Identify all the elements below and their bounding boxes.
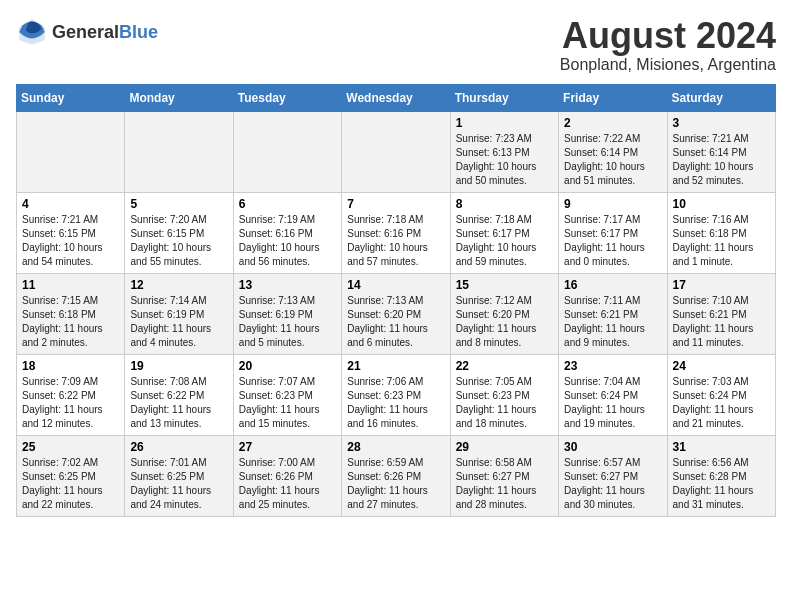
cell-week2-day7: 10Sunrise: 7:16 AMSunset: 6:18 PMDayligh… bbox=[667, 192, 775, 273]
day-number: 22 bbox=[456, 359, 553, 373]
day-info: Sunrise: 7:13 AMSunset: 6:19 PMDaylight:… bbox=[239, 294, 336, 350]
day-number: 20 bbox=[239, 359, 336, 373]
day-number: 18 bbox=[22, 359, 119, 373]
header-wednesday: Wednesday bbox=[342, 84, 450, 111]
week-row-4: 18Sunrise: 7:09 AMSunset: 6:22 PMDayligh… bbox=[17, 354, 776, 435]
day-number: 26 bbox=[130, 440, 227, 454]
day-info: Sunrise: 7:20 AMSunset: 6:15 PMDaylight:… bbox=[130, 213, 227, 269]
day-info: Sunrise: 7:14 AMSunset: 6:19 PMDaylight:… bbox=[130, 294, 227, 350]
calendar-header: SundayMondayTuesdayWednesdayThursdayFrid… bbox=[17, 84, 776, 111]
day-info: Sunrise: 7:04 AMSunset: 6:24 PMDaylight:… bbox=[564, 375, 661, 431]
day-info: Sunrise: 7:18 AMSunset: 6:17 PMDaylight:… bbox=[456, 213, 553, 269]
day-info: Sunrise: 6:59 AMSunset: 6:26 PMDaylight:… bbox=[347, 456, 444, 512]
day-number: 17 bbox=[673, 278, 770, 292]
day-number: 12 bbox=[130, 278, 227, 292]
day-info: Sunrise: 7:02 AMSunset: 6:25 PMDaylight:… bbox=[22, 456, 119, 512]
day-info: Sunrise: 7:22 AMSunset: 6:14 PMDaylight:… bbox=[564, 132, 661, 188]
cell-week5-day7: 31Sunrise: 6:56 AMSunset: 6:28 PMDayligh… bbox=[667, 435, 775, 516]
week-row-1: 1Sunrise: 7:23 AMSunset: 6:13 PMDaylight… bbox=[17, 111, 776, 192]
cell-week3-day6: 16Sunrise: 7:11 AMSunset: 6:21 PMDayligh… bbox=[559, 273, 667, 354]
week-row-2: 4Sunrise: 7:21 AMSunset: 6:15 PMDaylight… bbox=[17, 192, 776, 273]
day-info: Sunrise: 6:57 AMSunset: 6:27 PMDaylight:… bbox=[564, 456, 661, 512]
day-info: Sunrise: 7:12 AMSunset: 6:20 PMDaylight:… bbox=[456, 294, 553, 350]
day-info: Sunrise: 7:03 AMSunset: 6:24 PMDaylight:… bbox=[673, 375, 770, 431]
day-number: 31 bbox=[673, 440, 770, 454]
header-sunday: Sunday bbox=[17, 84, 125, 111]
day-number: 8 bbox=[456, 197, 553, 211]
day-info: Sunrise: 7:21 AMSunset: 6:15 PMDaylight:… bbox=[22, 213, 119, 269]
day-number: 23 bbox=[564, 359, 661, 373]
day-number: 14 bbox=[347, 278, 444, 292]
cell-week1-day1 bbox=[17, 111, 125, 192]
day-info: Sunrise: 7:00 AMSunset: 6:26 PMDaylight:… bbox=[239, 456, 336, 512]
day-number: 6 bbox=[239, 197, 336, 211]
cell-week4-day5: 22Sunrise: 7:05 AMSunset: 6:23 PMDayligh… bbox=[450, 354, 558, 435]
header-saturday: Saturday bbox=[667, 84, 775, 111]
cell-week1-day6: 2Sunrise: 7:22 AMSunset: 6:14 PMDaylight… bbox=[559, 111, 667, 192]
day-info: Sunrise: 7:13 AMSunset: 6:20 PMDaylight:… bbox=[347, 294, 444, 350]
day-info: Sunrise: 7:23 AMSunset: 6:13 PMDaylight:… bbox=[456, 132, 553, 188]
cell-week2-day6: 9Sunrise: 7:17 AMSunset: 6:17 PMDaylight… bbox=[559, 192, 667, 273]
day-info: Sunrise: 7:16 AMSunset: 6:18 PMDaylight:… bbox=[673, 213, 770, 269]
cell-week4-day3: 20Sunrise: 7:07 AMSunset: 6:23 PMDayligh… bbox=[233, 354, 341, 435]
cell-week3-day2: 12Sunrise: 7:14 AMSunset: 6:19 PMDayligh… bbox=[125, 273, 233, 354]
cell-week4-day2: 19Sunrise: 7:08 AMSunset: 6:22 PMDayligh… bbox=[125, 354, 233, 435]
subtitle: Bonpland, Misiones, Argentina bbox=[560, 56, 776, 74]
day-number: 5 bbox=[130, 197, 227, 211]
day-info: Sunrise: 7:05 AMSunset: 6:23 PMDaylight:… bbox=[456, 375, 553, 431]
day-info: Sunrise: 7:06 AMSunset: 6:23 PMDaylight:… bbox=[347, 375, 444, 431]
day-info: Sunrise: 6:56 AMSunset: 6:28 PMDaylight:… bbox=[673, 456, 770, 512]
cell-week5-day5: 29Sunrise: 6:58 AMSunset: 6:27 PMDayligh… bbox=[450, 435, 558, 516]
cell-week4-day4: 21Sunrise: 7:06 AMSunset: 6:23 PMDayligh… bbox=[342, 354, 450, 435]
day-number: 9 bbox=[564, 197, 661, 211]
logo-icon bbox=[16, 16, 48, 48]
day-number: 3 bbox=[673, 116, 770, 130]
day-info: Sunrise: 7:19 AMSunset: 6:16 PMDaylight:… bbox=[239, 213, 336, 269]
day-number: 7 bbox=[347, 197, 444, 211]
title-area: August 2024 Bonpland, Misiones, Argentin… bbox=[560, 16, 776, 74]
cell-week2-day3: 6Sunrise: 7:19 AMSunset: 6:16 PMDaylight… bbox=[233, 192, 341, 273]
day-info: Sunrise: 7:08 AMSunset: 6:22 PMDaylight:… bbox=[130, 375, 227, 431]
day-number: 24 bbox=[673, 359, 770, 373]
day-number: 30 bbox=[564, 440, 661, 454]
header-monday: Monday bbox=[125, 84, 233, 111]
cell-week1-day2 bbox=[125, 111, 233, 192]
cell-week2-day4: 7Sunrise: 7:18 AMSunset: 6:16 PMDaylight… bbox=[342, 192, 450, 273]
day-number: 16 bbox=[564, 278, 661, 292]
day-info: Sunrise: 7:10 AMSunset: 6:21 PMDaylight:… bbox=[673, 294, 770, 350]
day-info: Sunrise: 7:18 AMSunset: 6:16 PMDaylight:… bbox=[347, 213, 444, 269]
cell-week5-day3: 27Sunrise: 7:00 AMSunset: 6:26 PMDayligh… bbox=[233, 435, 341, 516]
header-friday: Friday bbox=[559, 84, 667, 111]
day-number: 29 bbox=[456, 440, 553, 454]
day-number: 2 bbox=[564, 116, 661, 130]
cell-week2-day5: 8Sunrise: 7:18 AMSunset: 6:17 PMDaylight… bbox=[450, 192, 558, 273]
main-title: August 2024 bbox=[560, 16, 776, 56]
logo-text: GeneralBlue bbox=[52, 23, 158, 41]
day-number: 15 bbox=[456, 278, 553, 292]
day-number: 21 bbox=[347, 359, 444, 373]
day-number: 27 bbox=[239, 440, 336, 454]
day-info: Sunrise: 7:09 AMSunset: 6:22 PMDaylight:… bbox=[22, 375, 119, 431]
cell-week4-day1: 18Sunrise: 7:09 AMSunset: 6:22 PMDayligh… bbox=[17, 354, 125, 435]
day-number: 10 bbox=[673, 197, 770, 211]
day-number: 28 bbox=[347, 440, 444, 454]
cell-week3-day5: 15Sunrise: 7:12 AMSunset: 6:20 PMDayligh… bbox=[450, 273, 558, 354]
day-number: 1 bbox=[456, 116, 553, 130]
logo-blue: Blue bbox=[119, 22, 158, 42]
cell-week5-day6: 30Sunrise: 6:57 AMSunset: 6:27 PMDayligh… bbox=[559, 435, 667, 516]
day-number: 25 bbox=[22, 440, 119, 454]
logo-general: General bbox=[52, 22, 119, 42]
cell-week1-day7: 3Sunrise: 7:21 AMSunset: 6:14 PMDaylight… bbox=[667, 111, 775, 192]
week-row-3: 11Sunrise: 7:15 AMSunset: 6:18 PMDayligh… bbox=[17, 273, 776, 354]
cell-week3-day3: 13Sunrise: 7:13 AMSunset: 6:19 PMDayligh… bbox=[233, 273, 341, 354]
cell-week1-day3 bbox=[233, 111, 341, 192]
day-info: Sunrise: 7:01 AMSunset: 6:25 PMDaylight:… bbox=[130, 456, 227, 512]
day-number: 13 bbox=[239, 278, 336, 292]
day-info: Sunrise: 7:11 AMSunset: 6:21 PMDaylight:… bbox=[564, 294, 661, 350]
day-info: Sunrise: 7:17 AMSunset: 6:17 PMDaylight:… bbox=[564, 213, 661, 269]
day-number: 19 bbox=[130, 359, 227, 373]
cell-week3-day4: 14Sunrise: 7:13 AMSunset: 6:20 PMDayligh… bbox=[342, 273, 450, 354]
cell-week4-day7: 24Sunrise: 7:03 AMSunset: 6:24 PMDayligh… bbox=[667, 354, 775, 435]
day-number: 11 bbox=[22, 278, 119, 292]
cell-week2-day2: 5Sunrise: 7:20 AMSunset: 6:15 PMDaylight… bbox=[125, 192, 233, 273]
